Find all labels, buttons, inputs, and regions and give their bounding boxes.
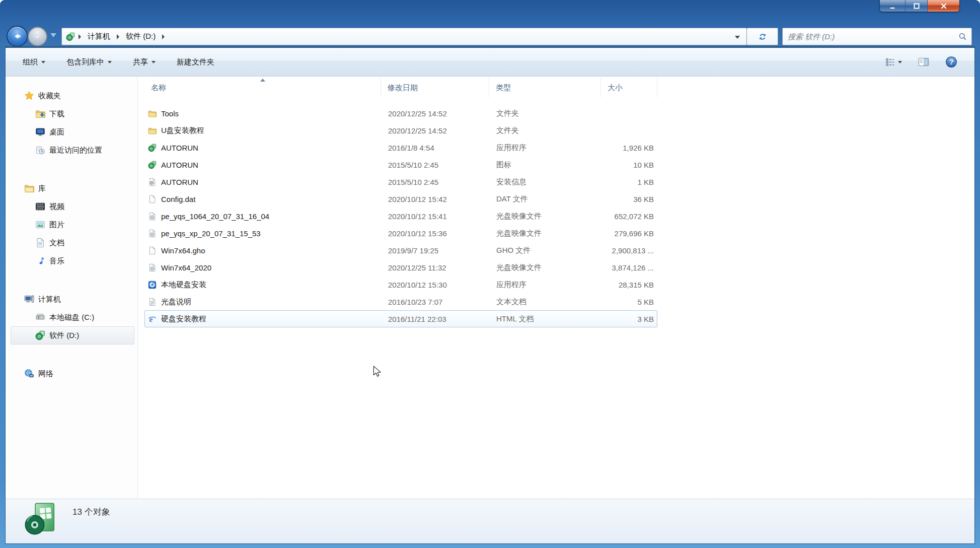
table-row[interactable]: U盘安装教程 2020/12/25 14:52 文件夹 bbox=[144, 122, 657, 139]
toolbar-new-folder-button[interactable]: 新建文件夹 bbox=[172, 54, 219, 70]
table-row[interactable]: 硬盘安装教程 2016/11/21 22:03 HTML 文档 3 KB bbox=[144, 310, 657, 327]
history-dropdown-chevron-icon[interactable] bbox=[50, 33, 56, 37]
sidebar-item[interactable]: 软件 (D:) bbox=[11, 326, 134, 345]
file-name-cell[interactable]: Tools bbox=[145, 105, 382, 121]
file-name-cell[interactable]: 光盘说明 bbox=[145, 294, 382, 310]
breadcrumb-separator-icon bbox=[162, 34, 165, 39]
preview-pane-button[interactable] bbox=[915, 54, 932, 70]
help-button[interactable] bbox=[942, 53, 960, 71]
back-button[interactable] bbox=[7, 26, 28, 47]
sidebar-item[interactable]: 下载 bbox=[11, 105, 134, 123]
sidebar-section-header[interactable]: 计算机 bbox=[11, 290, 134, 308]
sidebar-item-label: 最近访问的位置 bbox=[49, 146, 102, 155]
toolbar-organize-button[interactable]: 组织 bbox=[18, 54, 50, 70]
sidebar-section-header[interactable]: 收藏夹 bbox=[11, 87, 134, 105]
search-input[interactable] bbox=[783, 32, 958, 41]
file-date-cell: 2019/9/7 19:25 bbox=[382, 242, 490, 258]
file-type-cell: HTML 文档 bbox=[490, 311, 601, 327]
change-view-button[interactable] bbox=[882, 55, 905, 70]
file-size-cell: 1 KB bbox=[601, 174, 658, 190]
sidebar-section-header[interactable]: 库 bbox=[11, 179, 134, 197]
table-row[interactable]: Win7x64_2020 2020/12/25 11:32 光盘映像文件 3,8… bbox=[144, 259, 657, 276]
toolbar-share-button[interactable]: 共享 bbox=[128, 54, 161, 70]
software-box-disc-icon bbox=[23, 501, 58, 537]
chevron-down-icon bbox=[898, 61, 902, 63]
breadcrumb-item-drive-d[interactable]: 软件 (D:) bbox=[123, 32, 159, 41]
table-row[interactable]: 光盘说明 2016/10/23 7:07 文本文档 5 KB bbox=[144, 293, 657, 310]
file-name-cell[interactable]: AUTORUN bbox=[145, 174, 382, 190]
sidebar-item[interactable]: 音乐 bbox=[11, 252, 134, 270]
column-header-label: 大小 bbox=[608, 83, 623, 93]
sidebar-item[interactable]: 最近访问的位置 bbox=[11, 141, 134, 159]
file-name-cell[interactable]: pe_yqs_1064_20_07_31_16_04 bbox=[145, 208, 382, 224]
sidebar-item[interactable]: 本地磁盘 (C:) bbox=[11, 308, 134, 326]
file-name-cell[interactable]: AUTORUN bbox=[145, 157, 382, 173]
file-name-cell[interactable]: 硬盘安装教程 bbox=[145, 311, 382, 327]
file-size-cell: 652,072 KB bbox=[601, 208, 658, 224]
toolbar-item-label: 共享 bbox=[133, 57, 148, 67]
table-row[interactable]: Config.dat 2020/10/12 15:42 DAT 文件 36 KB bbox=[144, 190, 657, 208]
maximize-button[interactable] bbox=[906, 0, 928, 12]
column-header-date-modified[interactable]: 修改日期 bbox=[381, 78, 489, 97]
sidebar-item[interactable]: 桌面 bbox=[11, 123, 134, 141]
file-name-cell[interactable]: 本地硬盘安装 bbox=[145, 277, 382, 293]
address-dropdown-icon[interactable] bbox=[735, 36, 740, 39]
file-name-cell[interactable]: AUTORUN bbox=[145, 140, 382, 156]
file-type-icon bbox=[148, 126, 157, 135]
file-type-icon bbox=[148, 195, 157, 203]
table-row[interactable]: AUTORUN 2015/5/10 2:45 图标 10 KB bbox=[144, 156, 657, 173]
toolbar-include-in-library-button[interactable]: 包含到库中 bbox=[61, 54, 117, 70]
explorer-window: 计算机 软件 (D:) 组织 包含到库中 共享 新 bbox=[0, 0, 980, 548]
minimize-button[interactable] bbox=[880, 0, 906, 12]
column-header-type[interactable]: 类型 bbox=[489, 78, 601, 97]
file-type-cell: 文本文档 bbox=[490, 294, 601, 310]
table-row[interactable]: AUTORUN 2015/5/10 2:45 安装信息 1 KB bbox=[144, 173, 657, 190]
sidebar-item[interactable]: 视频 bbox=[11, 197, 134, 216]
toolbar-item-label: 组织 bbox=[23, 57, 38, 67]
table-row[interactable]: Tools 2020/12/25 14:52 文件夹 bbox=[144, 105, 657, 122]
status-bar: 13 个对象 bbox=[6, 499, 974, 543]
help-icon bbox=[945, 56, 957, 68]
refresh-icon bbox=[758, 32, 767, 41]
breadcrumb-item-computer[interactable]: 计算机 bbox=[85, 32, 113, 41]
column-header-label: 修改日期 bbox=[388, 83, 418, 93]
sidebar-item[interactable]: 图片 bbox=[11, 216, 134, 234]
file-date-cell: 2020/12/25 14:52 bbox=[382, 105, 490, 121]
toolbar-item-label: 新建文件夹 bbox=[177, 57, 214, 67]
file-type-icon bbox=[148, 178, 157, 186]
file-name-cell[interactable]: Win7x64_2020 bbox=[145, 259, 382, 276]
sidebar-item[interactable]: 文档 bbox=[11, 234, 134, 252]
breadcrumb[interactable]: 计算机 软件 (D:) bbox=[61, 28, 747, 45]
file-name-cell[interactable]: U盘安装教程 bbox=[145, 122, 382, 139]
sidebar-item-label: 下载 bbox=[49, 109, 64, 119]
forward-arrow-icon bbox=[33, 32, 43, 42]
close-button[interactable] bbox=[928, 0, 959, 12]
file-name: 硬盘安装教程 bbox=[161, 314, 206, 324]
table-row[interactable]: pe_yqs_1064_20_07_31_16_04 2020/10/12 15… bbox=[144, 208, 657, 225]
file-name: pe_yqs_1064_20_07_31_16_04 bbox=[161, 212, 269, 221]
sidebar-section-header[interactable]: 网络 bbox=[11, 365, 134, 383]
sidebar-item-label: 计算机 bbox=[38, 295, 61, 304]
table-row[interactable]: pe_yqs_xp_20_07_31_15_53 2020/10/12 15:3… bbox=[144, 225, 657, 242]
chevron-down-icon bbox=[41, 61, 45, 63]
file-type-icon bbox=[148, 229, 157, 238]
search-icon[interactable] bbox=[958, 32, 967, 41]
refresh-button[interactable] bbox=[747, 28, 778, 45]
file-size-cell: 1,926 KB bbox=[601, 140, 658, 156]
file-name-cell[interactable]: Config.dat bbox=[145, 191, 382, 207]
forward-button[interactable] bbox=[28, 27, 47, 46]
sidebar-section: 收藏夹 下载 桌面 最近访问的位置 bbox=[6, 87, 137, 159]
sidebar-item-icon bbox=[24, 369, 34, 379]
table-row[interactable]: 本地硬盘安装 2020/10/12 15:30 应用程序 28,315 KB bbox=[144, 276, 657, 293]
column-header-size[interactable]: 大小 bbox=[601, 78, 657, 97]
maximize-icon bbox=[913, 2, 921, 10]
table-row[interactable]: Win7x64.gho 2019/9/7 19:25 GHO 文件 2,900,… bbox=[144, 242, 657, 259]
file-date-cell: 2015/5/10 2:45 bbox=[382, 174, 490, 190]
table-row[interactable]: AUTORUN 2016/1/8 4:54 应用程序 1,926 KB bbox=[144, 139, 657, 156]
file-name-cell[interactable]: pe_yqs_xp_20_07_31_15_53 bbox=[145, 225, 382, 241]
column-header-name[interactable]: 名称 bbox=[144, 78, 381, 97]
toolbar-item-label: 包含到库中 bbox=[66, 57, 104, 67]
file-name: Win7x64_2020 bbox=[161, 263, 211, 272]
file-name-cell[interactable]: Win7x64.gho bbox=[145, 242, 382, 258]
file-name: 本地硬盘安装 bbox=[161, 280, 206, 290]
